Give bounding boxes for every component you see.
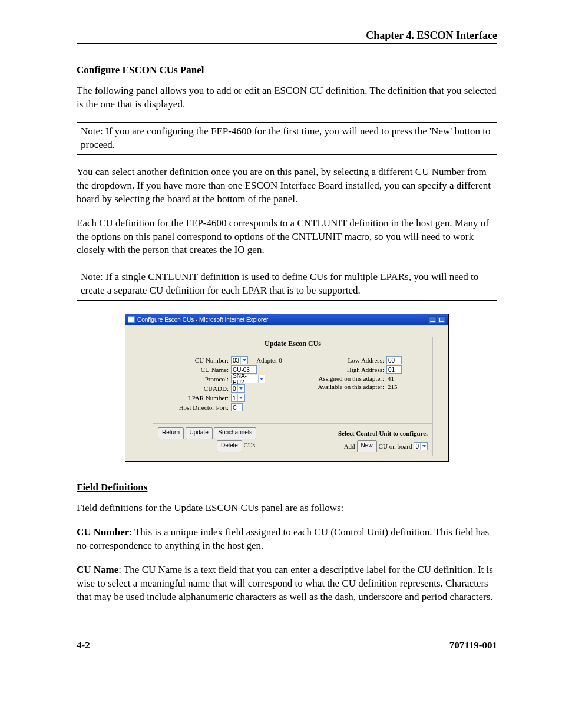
field-intro: Field definitions for the Update ESCON C…: [77, 502, 497, 515]
low-address-input[interactable]: [386, 356, 402, 364]
cu-number-head: CU Number: [77, 526, 129, 538]
maximize-icon[interactable]: [438, 316, 446, 324]
assigned-label: Assigned on this adapter:: [296, 375, 384, 382]
high-address-label: High Address:: [296, 366, 384, 373]
doc-number: 707119-001: [449, 640, 497, 651]
field-cu-name: CU Name: The CU Name is a text field tha…: [77, 564, 497, 604]
board-select[interactable]: 0: [414, 442, 428, 450]
window-titlebar: Configure Escon CUs - Microsoft Internet…: [125, 314, 448, 325]
section-title-fields: Field Definitions: [77, 482, 497, 493]
board-value: 0: [415, 443, 419, 450]
cu-name-text: : The CU Name is a text field that you c…: [77, 564, 493, 602]
select-cu-label: Select Control Unit to configure.: [338, 430, 428, 437]
add-suffix: CU on board: [379, 443, 412, 450]
lpar-value: 1: [233, 395, 236, 401]
cu-number-label: CU Number:: [158, 357, 229, 364]
available-label: Available on this adapter:: [296, 383, 384, 390]
cu-name-head: CU Name: [77, 564, 118, 575]
chapter-header: Chapter 4. ESCON Interface: [77, 29, 497, 44]
chevron-down-icon: [237, 394, 244, 401]
form-panel: Update Escon CUs CU Number: 03 Adapter 0: [153, 337, 433, 456]
available-value: 215: [386, 383, 398, 390]
chevron-down-icon: [237, 385, 244, 392]
page-number: 4-2: [77, 640, 90, 651]
para-select: You can select another definition once y…: [77, 166, 497, 206]
para-cntlunit: Each CU definition for the FEP-4600 corr…: [77, 217, 497, 258]
hdp-label: Host Director Port:: [158, 404, 229, 411]
return-button[interactable]: Return: [158, 427, 184, 439]
note-lpars: Note: If a single CNTLUNIT definition is…: [77, 268, 497, 301]
delete-suffix: CUs: [243, 442, 255, 449]
protocol-value: SNA-PU2: [233, 373, 257, 386]
cu-number-text: : This is a unique index field assigned …: [77, 526, 489, 551]
new-button[interactable]: New: [357, 440, 377, 452]
assigned-value: 41: [386, 375, 394, 382]
cuadd-value: 0: [233, 386, 236, 392]
ie-icon: [128, 316, 135, 323]
window-title: Configure Escon CUs - Microsoft Internet…: [137, 317, 268, 323]
adapter-label: Adapter 0: [256, 357, 282, 364]
minimize-icon[interactable]: [428, 316, 437, 324]
cu-number-value: 03: [233, 357, 239, 364]
cuadd-select[interactable]: 0: [231, 384, 245, 393]
low-address-label: Low Address:: [296, 357, 384, 364]
form-heading: Update Escon CUs: [153, 337, 432, 351]
high-address-input[interactable]: [386, 365, 402, 374]
note-first-time: Note: If you are configuring the FEP-460…: [77, 122, 497, 155]
section-title-configure: Configure ESCON CUs Panel: [77, 64, 497, 76]
chevron-down-icon: [240, 357, 247, 364]
lpar-select[interactable]: 1: [231, 394, 245, 402]
field-cu-number: CU Number: This is a unique index field …: [77, 526, 497, 553]
chevron-down-icon: [258, 375, 265, 383]
delete-button[interactable]: Delete: [217, 440, 242, 452]
cuadd-label: CUADD:: [158, 385, 229, 392]
screenshot-panel: Configure Escon CUs - Microsoft Internet…: [77, 314, 497, 462]
cu-name-label: CU Name:: [158, 366, 229, 373]
add-prefix: Add: [344, 443, 355, 450]
para-intro: The following panel allows you to add or…: [77, 84, 497, 111]
lpar-label: LPAR Number:: [158, 394, 229, 401]
cu-number-select[interactable]: 03: [231, 356, 248, 364]
chevron-down-icon: [420, 443, 427, 450]
protocol-select[interactable]: SNA-PU2: [231, 375, 265, 383]
update-button[interactable]: Update: [186, 427, 213, 439]
hdp-input[interactable]: [231, 403, 243, 411]
protocol-label: Protocol:: [158, 375, 229, 383]
subchannels-button[interactable]: Subchannels: [214, 427, 256, 439]
ie-window: Configure Escon CUs - Microsoft Internet…: [125, 314, 449, 462]
